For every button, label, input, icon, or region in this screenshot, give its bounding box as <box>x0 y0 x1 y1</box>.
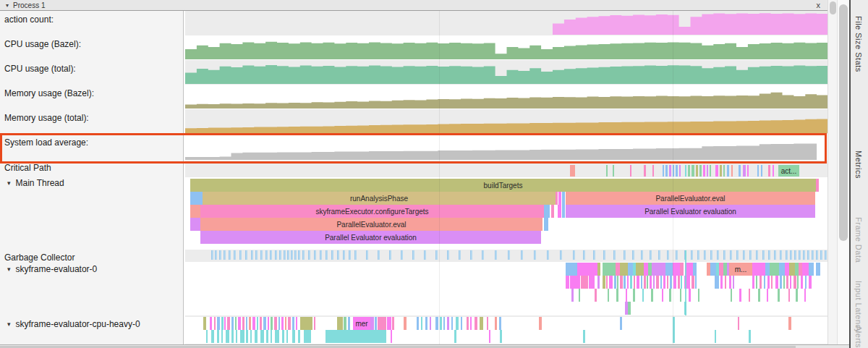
main-thread-slice[interactable] <box>556 192 558 205</box>
gc-tick[interactable] <box>768 250 770 260</box>
skyframe-evaluator-cpu-heavy-0-slice[interactable] <box>211 330 214 343</box>
skyframe-evaluator-cpu-heavy-0-slice[interactable] <box>266 330 268 343</box>
gc-tick[interactable] <box>658 250 660 260</box>
gc-tick[interactable] <box>284 250 286 260</box>
skyframe-evaluator-0-slice[interactable] <box>595 289 597 302</box>
track-critical-path[interactable]: act... <box>185 161 827 177</box>
skyframe-evaluator-0-slice[interactable] <box>758 289 760 302</box>
gc-tick[interactable] <box>583 250 585 260</box>
main-thread-slice[interactable] <box>558 192 561 205</box>
gc-tick[interactable] <box>624 250 626 260</box>
skyframe-evaluator-0-slice[interactable] <box>628 263 633 276</box>
slice-buildtargets[interactable]: buildTargets <box>190 179 816 192</box>
track-mem-bazel[interactable] <box>185 85 827 109</box>
gc-tick[interactable] <box>667 250 669 260</box>
slice-act-[interactable]: act... <box>778 165 799 177</box>
skyframe-evaluator-0-slice[interactable] <box>689 289 691 302</box>
critical-path-slice[interactable] <box>720 165 722 177</box>
gc-tick[interactable] <box>560 250 562 260</box>
skyframe-evaluator-cpu-heavy-0-slice[interactable] <box>456 317 459 330</box>
critical-path-slice[interactable] <box>663 165 664 177</box>
skyframe-evaluator-0-slice[interactable] <box>606 276 608 289</box>
skyframe-evaluator-0-slice[interactable] <box>579 289 580 302</box>
gc-tick[interactable] <box>676 250 678 260</box>
gc-tick[interactable] <box>807 250 809 260</box>
skyframe-evaluator-cpu-heavy-0-slice[interactable] <box>255 330 258 343</box>
skyframe-evaluator-cpu-heavy-0-slice[interactable] <box>249 317 251 330</box>
gc-tick[interactable] <box>573 250 575 260</box>
gc-tick[interactable] <box>794 250 796 260</box>
page-scrollbar[interactable] <box>837 0 849 344</box>
track-chart-area[interactable]: act...buildTargetsrunAnalysisPhaseParall… <box>185 11 827 344</box>
skyframe-evaluator-cpu-heavy-0-slice[interactable] <box>370 317 374 330</box>
skyframe-evaluator-cpu-heavy-0-slice[interactable] <box>227 317 230 330</box>
skyframe-evaluator-0-slice[interactable] <box>684 276 690 289</box>
skyframe-evaluator-cpu-heavy-0-slice[interactable] <box>348 317 350 330</box>
skyframe-evaluator-0-slice[interactable] <box>660 276 662 289</box>
skyframe-evaluator-0-slice[interactable] <box>617 276 618 289</box>
skyframe-evaluator-cpu-heavy-0-slice[interactable] <box>304 330 311 343</box>
track-label-main-thread[interactable]: ▾Main Thread <box>7 178 64 188</box>
skyframe-evaluator-cpu-heavy-0-slice[interactable] <box>404 317 407 330</box>
skyframe-evaluator-cpu-heavy-0-slice[interactable] <box>292 330 295 343</box>
skyframe-evaluator-cpu-heavy-0-slice[interactable] <box>391 330 392 343</box>
skyframe-evaluator-0-slice[interactable] <box>634 276 635 289</box>
mem-bazel-chart[interactable] <box>185 85 827 109</box>
skyframe-evaluator-0-slice[interactable] <box>669 289 671 302</box>
skyframe-evaluator-cpu-heavy-0-slice[interactable] <box>298 330 300 343</box>
critical-path-slice[interactable] <box>696 165 698 177</box>
skyframe-evaluator-0-slice[interactable] <box>653 276 655 289</box>
skyframe-evaluator-cpu-heavy-0-slice[interactable] <box>282 330 284 343</box>
gc-tick[interactable] <box>482 250 484 260</box>
gc-tick[interactable] <box>717 250 719 260</box>
skyframe-evaluator-cpu-heavy-0-slice[interactable] <box>214 317 216 330</box>
skyframe-evaluator-cpu-heavy-0-slice[interactable] <box>224 317 226 330</box>
skyframe-evaluator-cpu-heavy-0-slice[interactable] <box>257 317 258 330</box>
slice-mer[interactable]: mer <box>353 317 370 330</box>
skyframe-evaluator-0-slice[interactable] <box>616 289 618 302</box>
skyframe-evaluator-0-slice[interactable] <box>756 276 757 289</box>
skyframe-evaluator-0-slice[interactable] <box>642 289 644 302</box>
gc-tick[interactable] <box>389 250 391 260</box>
critical-path-slice[interactable] <box>688 165 690 177</box>
skyframe-evaluator-cpu-heavy-0-slice[interactable] <box>738 317 739 330</box>
track-skyframe-evaluator-0[interactable]: m... <box>185 262 827 315</box>
tab-file-size-stats[interactable]: File Size Stats <box>854 16 863 72</box>
skyframe-evaluator-cpu-heavy-0-slice[interactable] <box>274 317 277 330</box>
skyframe-evaluator-0-slice[interactable] <box>733 276 734 289</box>
skyframe-evaluator-0-slice[interactable] <box>805 276 807 289</box>
gc-tick[interactable] <box>736 250 739 260</box>
skyframe-evaluator-0-slice[interactable] <box>770 263 779 276</box>
skyframe-evaluator-cpu-heavy-0-slice[interactable] <box>285 317 286 330</box>
skyframe-evaluator-0-slice[interactable] <box>752 276 754 289</box>
gc-tick[interactable] <box>224 250 226 260</box>
horizontal-scrollbar[interactable] <box>0 344 849 348</box>
skyframe-evaluator-0-slice[interactable] <box>636 263 644 276</box>
gc-tick[interactable] <box>547 250 549 260</box>
gc-tick[interactable] <box>270 250 272 260</box>
track-action-count[interactable] <box>185 11 827 35</box>
skyframe-evaluator-cpu-heavy-0-slice[interactable] <box>263 317 266 330</box>
critical-path-slice[interactable] <box>570 165 575 177</box>
gc-tick[interactable] <box>294 250 297 260</box>
skyframe-evaluator-0-slice[interactable] <box>566 263 577 276</box>
skyframe-evaluator-cpu-heavy-0-slice[interactable] <box>238 317 241 330</box>
gc-tick[interactable] <box>343 250 345 260</box>
skyframe-evaluator-cpu-heavy-0-slice[interactable] <box>454 330 456 343</box>
skyframe-evaluator-0-slice[interactable] <box>725 276 726 289</box>
gc-tick[interactable] <box>412 250 414 260</box>
gc-tick[interactable] <box>710 250 712 260</box>
critical-path-slice[interactable] <box>747 165 749 177</box>
skyframe-evaluator-cpu-heavy-0-slice[interactable] <box>221 317 224 330</box>
gc-tick[interactable] <box>331 250 333 260</box>
skyframe-evaluator-cpu-heavy-0-slice[interactable] <box>378 317 386 330</box>
skyframe-evaluator-cpu-heavy-0-slice[interactable] <box>417 317 419 330</box>
gc-tick[interactable] <box>812 250 814 260</box>
skyframe-evaluator-0-slice[interactable] <box>570 276 580 289</box>
critical-path-slice[interactable] <box>606 165 608 177</box>
skyframe-evaluator-cpu-heavy-0-slice[interactable] <box>447 317 449 330</box>
page-scrollbar-thumb[interactable] <box>839 4 848 241</box>
skyframe-evaluator-cpu-heavy-0-slice[interactable] <box>231 330 234 343</box>
gc-tick[interactable] <box>287 250 289 260</box>
skyframe-evaluator-0-slice[interactable] <box>680 289 681 302</box>
